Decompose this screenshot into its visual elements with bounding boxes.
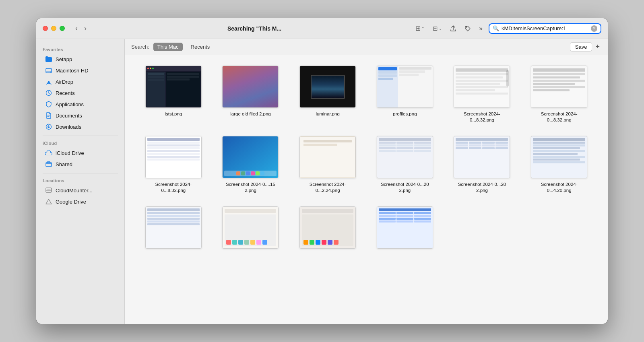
finder-window: ‹ › Searching "This M... ⊞ ⌃ ⊟ ⌄ xyxy=(36,18,608,324)
more-button[interactable]: » xyxy=(477,24,485,33)
view-chevron: ⌃ xyxy=(421,27,425,31)
list-item[interactable]: istst.png xyxy=(137,63,210,126)
sidebar-item-label: AirDrop xyxy=(56,79,73,85)
titlebar: ‹ › Searching "This M... ⊞ ⌃ ⊟ ⌄ xyxy=(36,18,608,39)
file-name: Screenshot 2024-0...4.20.png xyxy=(531,181,587,194)
file-name: Screenshot 2024-0...2.24.png xyxy=(299,181,356,194)
file-thumbnail xyxy=(145,66,202,108)
group-button[interactable]: ⊟ ⌄ xyxy=(431,24,444,33)
tag-icon xyxy=(464,25,471,32)
list-item[interactable]: large old filed 2.png xyxy=(214,63,287,126)
maximize-button[interactable] xyxy=(60,26,65,31)
file-thumbnail xyxy=(299,66,356,108)
list-item[interactable]: Screenshot 2024-0...2.24.png xyxy=(291,134,364,196)
close-button[interactable] xyxy=(43,26,48,31)
search-icon: 🔍 xyxy=(493,25,499,31)
sidebar-item-google-drive[interactable]: Google Drive xyxy=(39,196,122,207)
sidebar-item-icloud-drive[interactable]: iCloud Drive xyxy=(39,147,122,159)
sidebar-item-airdrop[interactable]: AirDrop xyxy=(39,76,122,87)
svg-point-1 xyxy=(50,72,51,72)
file-thumbnail xyxy=(145,206,202,249)
list-item[interactable]: luminar.png xyxy=(291,63,364,126)
minimize-button[interactable] xyxy=(51,26,56,31)
sidebar-item-label: Recents xyxy=(56,90,75,96)
file-thumbnail xyxy=(454,66,510,108)
sidebar-section-favorites: Favorites Setapp Macintos xyxy=(36,45,124,132)
sidebar-item-macintosh-hd[interactable]: Macintosh HD xyxy=(39,65,122,76)
search-scope-row: Search: This Mac Recents Save + xyxy=(125,39,608,55)
list-item[interactable] xyxy=(291,204,364,254)
list-item[interactable]: Screenshot 2024-0....15 2.png xyxy=(214,134,287,196)
list-item[interactable]: Screenshot 2024-0...20 2.png xyxy=(368,134,442,196)
files-grid: istst.png large old filed 2.png xyxy=(125,55,608,324)
more-icon: » xyxy=(479,25,483,32)
sidebar-section-locations: Locations CloudMounter... xyxy=(36,177,124,207)
share-button[interactable] xyxy=(448,24,458,33)
scope-this-mac-button[interactable]: This Mac xyxy=(153,43,183,51)
sidebar-item-label: Downloads xyxy=(56,124,81,130)
file-name: istst.png xyxy=(165,111,182,117)
list-item[interactable] xyxy=(137,204,210,254)
sidebar-divider-1 xyxy=(43,136,118,136)
search-bar: 🔍 × xyxy=(489,23,601,34)
sidebar-item-cloudmounter[interactable]: CloudMounter... xyxy=(39,185,122,196)
airdrop-icon xyxy=(45,78,52,85)
list-item[interactable]: Screenshot 2024-0...8.32.png xyxy=(137,134,210,196)
sidebar-item-downloads[interactable]: Downloads xyxy=(39,121,122,132)
file-name: Screenshot 2024-0....15 2.png xyxy=(222,181,279,194)
file-thumbnail xyxy=(299,206,356,249)
file-thumbnail xyxy=(145,136,202,178)
list-item[interactable] xyxy=(214,204,287,254)
file-name: luminar.png xyxy=(316,111,339,117)
forward-button[interactable]: › xyxy=(82,23,89,33)
folder-icon xyxy=(45,56,52,63)
file-name: Screenshot 2024-0...8.32.png xyxy=(531,111,587,123)
file-area: Search: This Mac Recents Save + xyxy=(125,39,608,324)
scope-recents-button[interactable]: Recents xyxy=(187,43,214,51)
main-content: Favorites Setapp Macintos xyxy=(36,39,608,324)
favorites-label: Favorites xyxy=(36,45,124,54)
save-button[interactable]: Save xyxy=(570,42,592,52)
list-item[interactable]: Screenshot 2024-0...8.32.png xyxy=(446,63,519,126)
traffic-lights xyxy=(43,26,65,31)
list-item[interactable]: Screenshot 2024-0...4.20.png xyxy=(522,134,596,196)
drive-icon xyxy=(45,67,52,74)
list-item[interactable]: Screenshot 2024-0...20 2.png xyxy=(446,134,519,196)
clock-icon xyxy=(45,89,52,97)
list-item[interactable]: profiles.png xyxy=(368,63,442,126)
sidebar-item-label: Documents xyxy=(56,113,82,119)
list-item[interactable]: Screenshot 2024-0...8.32.png xyxy=(522,63,596,126)
toolbar-icons: ⊞ ⌃ ⊟ ⌄ » xyxy=(413,23,485,33)
sidebar-item-applications[interactable]: Applications xyxy=(39,99,122,110)
file-thumbnail xyxy=(531,66,587,108)
icloud-label: iCloud xyxy=(36,139,124,147)
add-button[interactable]: + xyxy=(594,43,601,51)
sidebar-item-recents[interactable]: Recents xyxy=(39,87,122,99)
grid-icon: ⊞ xyxy=(415,25,421,32)
search-row-label: Search: xyxy=(131,44,149,50)
sidebar-item-documents[interactable]: Documents xyxy=(39,110,122,121)
sidebar-item-label: Shared xyxy=(56,161,72,167)
view-toggle-button[interactable]: ⊞ ⌃ xyxy=(413,23,427,33)
file-thumbnail xyxy=(222,136,279,178)
list-item[interactable] xyxy=(368,204,442,254)
sidebar-item-setapp[interactable]: Setapp xyxy=(39,54,122,65)
file-name: Screenshot 2024-0...20 2.png xyxy=(377,181,433,194)
file-thumbnail xyxy=(222,66,279,108)
tag-button[interactable] xyxy=(462,24,473,33)
sidebar-divider-2 xyxy=(43,173,118,173)
file-name: Screenshot 2024-0...8.32.png xyxy=(454,111,510,123)
google-drive-icon xyxy=(45,198,52,205)
sidebar-item-label: Macintosh HD xyxy=(56,68,89,74)
nav-buttons: ‹ › xyxy=(73,23,89,33)
file-thumbnail xyxy=(454,136,510,178)
locations-label: Locations xyxy=(36,177,124,185)
search-input[interactable] xyxy=(502,25,588,31)
file-thumbnail xyxy=(299,136,356,178)
sidebar-item-shared[interactable]: Shared xyxy=(39,159,122,170)
back-button[interactable]: ‹ xyxy=(73,23,80,33)
cloudmounter-icon xyxy=(45,187,52,194)
sidebar-section-icloud: iCloud iCloud Drive xyxy=(36,139,124,170)
search-clear-button[interactable]: × xyxy=(591,25,597,32)
svg-point-6 xyxy=(47,189,48,190)
